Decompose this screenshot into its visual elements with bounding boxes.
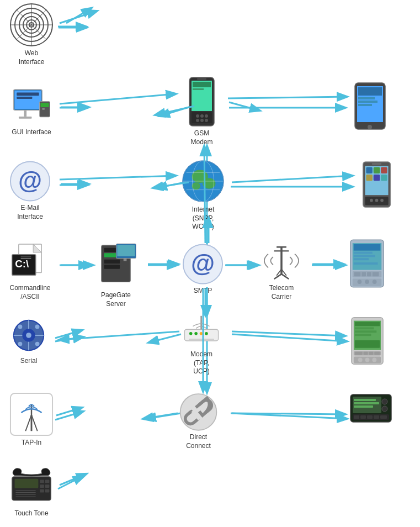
svg-rect-131 [45, 489, 50, 492]
modem-tap-label: Modem(TAP,UCP) [190, 350, 212, 376]
svg-line-24 [146, 413, 181, 419]
device2-node [359, 160, 395, 210]
gui-interface-icon [9, 87, 54, 126]
smtp-icon: @ [182, 243, 224, 284]
svg-rect-197 [360, 415, 366, 419]
svg-line-210 [56, 408, 82, 415]
touch-tone-label: Touch Tone [14, 509, 48, 518]
svg-rect-149 [374, 175, 380, 181]
modem-tap-icon [179, 315, 224, 348]
svg-line-20 [149, 334, 181, 342]
svg-point-185 [358, 358, 363, 362]
svg-rect-166 [367, 272, 371, 277]
svg-point-108 [18, 325, 23, 329]
smtp-label: SMTP [194, 287, 212, 296]
svg-rect-160 [354, 255, 375, 257]
svg-point-97 [200, 331, 203, 335]
svg-rect-198 [367, 415, 373, 419]
svg-line-211 [143, 413, 178, 419]
direct-connect-label: DirectConnect [186, 433, 211, 450]
svg-point-152 [370, 199, 373, 202]
svg-point-109 [35, 325, 40, 329]
svg-line-26 [58, 476, 83, 489]
svg-rect-128 [40, 489, 44, 492]
tap-in-node: TAP-In [9, 392, 54, 447]
svg-rect-159 [354, 252, 373, 254]
svg-rect-43 [42, 108, 45, 110]
svg-rect-158 [354, 244, 381, 251]
svg-point-171 [373, 280, 377, 284]
svg-rect-138 [358, 87, 382, 96]
svg-rect-141 [358, 104, 372, 106]
svg-point-95 [189, 331, 193, 335]
device2-icon [359, 160, 395, 210]
svg-line-206 [232, 176, 352, 182]
svg-point-110 [18, 342, 23, 346]
svg-rect-162 [354, 262, 378, 265]
svg-line-209 [55, 330, 82, 338]
svg-point-154 [380, 199, 384, 202]
svg-rect-42 [40, 103, 49, 107]
svg-point-96 [194, 331, 198, 335]
svg-rect-63 [124, 258, 127, 261]
device5-node [349, 393, 392, 424]
pagegate-server-icon [91, 242, 141, 289]
tap-in-icon [9, 392, 54, 436]
svg-line-23 [55, 412, 83, 420]
svg-text:@: @ [191, 250, 215, 277]
svg-rect-101 [189, 339, 214, 340]
svg-rect-58 [104, 265, 120, 269]
device3-icon [348, 239, 386, 288]
commandline-node: C:\ Commandline/ASCII [9, 240, 51, 301]
svg-point-72 [200, 114, 204, 118]
svg-rect-130 [45, 484, 50, 488]
svg-point-74 [196, 119, 199, 122]
email-interface-icon: @ [9, 160, 51, 202]
svg-point-73 [205, 114, 208, 118]
svg-rect-191 [354, 402, 379, 404]
device5-icon [349, 393, 392, 424]
svg-line-12 [229, 102, 259, 110]
email-interface-label: E-MailInterface [17, 204, 43, 221]
telecom-carrier-label: TelecomCarrier [269, 284, 294, 301]
svg-line-202 [60, 11, 97, 23]
commandline-label: Commandline/ASCII [9, 284, 50, 301]
svg-line-203 [60, 94, 176, 104]
touch-tone-node: Touch Tone [9, 466, 54, 518]
svg-point-187 [372, 358, 376, 362]
gui-interface-label: GUI Interface [12, 128, 51, 137]
svg-rect-190 [354, 399, 376, 401]
svg-rect-174 [355, 322, 380, 326]
svg-rect-57 [104, 259, 120, 264]
svg-rect-40 [19, 117, 32, 119]
svg-rect-147 [381, 167, 387, 173]
svg-rect-39 [24, 110, 26, 117]
smtp-node: @ SMTP [182, 243, 224, 296]
internet-node: Internet(SNPP,WCTP) [181, 159, 225, 231]
svg-rect-180 [355, 352, 363, 355]
svg-rect-126 [40, 479, 44, 483]
svg-point-153 [375, 199, 379, 202]
svg-rect-167 [373, 272, 379, 277]
svg-rect-145 [366, 167, 372, 173]
svg-point-98 [205, 331, 208, 335]
svg-point-186 [365, 358, 370, 362]
svg-line-207 [60, 331, 179, 340]
svg-line-213 [60, 474, 86, 485]
web-interface-node: WebInterface [9, 3, 54, 66]
svg-rect-183 [374, 352, 380, 355]
svg-point-111 [35, 342, 40, 346]
gsm-modem-node: GSMModem [181, 77, 222, 146]
svg-rect-177 [355, 334, 371, 336]
device4-node [349, 316, 385, 366]
internet-label: Internet(SNPP,WCTP) [192, 205, 215, 231]
gsm-modem-label: GSMModem [190, 129, 212, 146]
commandline-icon: C:\ [9, 240, 51, 282]
svg-point-193 [382, 399, 387, 404]
direct-connect-icon [178, 392, 219, 431]
modem-tap-node: Modem(TAP,UCP) [179, 315, 224, 376]
svg-point-112 [26, 333, 31, 338]
email-interface-node: @ E-MailInterface [9, 160, 51, 221]
svg-rect-69 [193, 88, 204, 90]
svg-point-142 [368, 125, 372, 129]
